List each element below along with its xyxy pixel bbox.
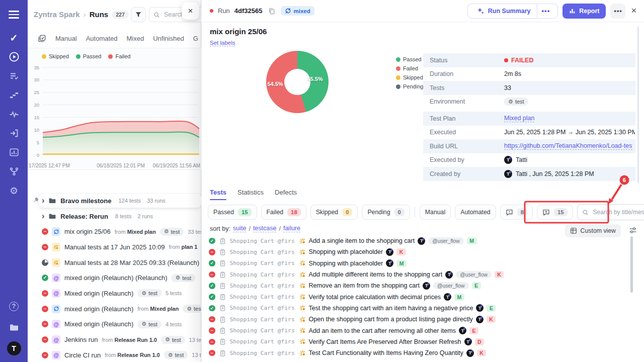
- filter-chip-passed[interactable]: Passed15: [208, 205, 257, 220]
- run-name: mix origin 25/06: [64, 228, 111, 235]
- run-status-dot: [210, 9, 213, 13]
- filter-button[interactable]: [131, 7, 146, 22]
- tests-check-icon[interactable]: ✓: [5, 28, 24, 47]
- test-row[interactable]: ✓Shopping Cart @first…Shopping with plac…: [202, 258, 634, 269]
- tab-defects[interactable]: Defects: [275, 189, 297, 200]
- donut-legend-skipped[interactable]: Skipped: [396, 74, 423, 80]
- runs-tab-g[interactable]: G: [193, 35, 198, 42]
- run-summary-button[interactable]: Run Summary •••: [467, 4, 558, 19]
- build-url-link[interactable]: https://github.com/TetianaKhomenko/Load-…: [504, 142, 632, 150]
- test-title: Verify total price calculation with deci…: [309, 294, 441, 301]
- dashboards-chart-icon[interactable]: [5, 143, 24, 162]
- milestones-steps-icon[interactable]: [5, 85, 24, 105]
- sort-link-testcase[interactable]: testcase: [253, 225, 277, 232]
- filter-chip-comment-plus[interactable]: 15: [537, 205, 573, 220]
- testcase-icon: [219, 249, 226, 255]
- help-icon[interactable]: ?: [5, 297, 24, 316]
- detail-label: Environment: [430, 98, 504, 105]
- tab-statistics[interactable]: Statistics: [237, 189, 264, 200]
- run-row[interactable]: −mix origin 25/06from Mixed plan⚙test33 …: [28, 224, 201, 239]
- test-row[interactable]: −Shopping Cart @first…Test Cart Function…: [202, 347, 634, 358]
- chevron-right-icon[interactable]: ›: [42, 212, 44, 220]
- test-row[interactable]: ✓Shopping Cart @first…Add a single item …: [202, 235, 634, 246]
- launches-sign-in-icon[interactable]: [5, 124, 24, 143]
- sort-link-suite[interactable]: suite: [233, 225, 246, 232]
- set-labels-link[interactable]: Set labels: [210, 40, 235, 46]
- activity-pulse-icon[interactable]: [5, 105, 24, 124]
- run-tests-count: 13 tests: [192, 352, 201, 358]
- copy-icon[interactable]: [267, 7, 276, 16]
- donut-legend-failed[interactable]: Failed: [396, 65, 423, 71]
- run-row[interactable]: −@Mixed origin (Relaunch)⚙test4 tests: [28, 317, 201, 332]
- test-row[interactable]: −Shopping Cart @first…Shopping with plac…: [202, 246, 634, 257]
- donut-legend-pending[interactable]: Pending: [396, 83, 423, 89]
- sort-link-failure[interactable]: failure: [283, 225, 300, 232]
- test-runs-play-icon[interactable]: [5, 47, 24, 66]
- legend-item-skipped[interactable]: Skipped: [42, 53, 69, 59]
- legend-item-passed[interactable]: Passed: [76, 53, 102, 59]
- assignee-badge: E: [472, 282, 481, 289]
- run-summary-more-icon[interactable]: •••: [537, 5, 555, 18]
- runs-tab-manual[interactable]: Manual: [55, 35, 77, 42]
- test-row[interactable]: −Shopping Cart @first…Add multiple diffe…: [202, 269, 634, 280]
- runs-tab-unfinished[interactable]: Unfinished: [153, 35, 184, 42]
- tests-scrollbar[interactable]: [630, 236, 633, 293]
- donut-legend-passed[interactable]: Passed: [396, 56, 423, 62]
- tab-tests[interactable]: Tests: [210, 189, 226, 200]
- milestone-row[interactable]: ›Release: Rerun8 tests2 runs: [28, 209, 201, 224]
- settings-gear-icon[interactable]: ⚙: [5, 181, 24, 200]
- tests-search-input[interactable]: [592, 208, 644, 216]
- test-row[interactable]: −Shopping Cart @first…Add an item to the…: [202, 325, 634, 336]
- run-row[interactable]: −@Jenkins runfrom Release Run 1.0⚙test13…: [28, 332, 201, 347]
- runs-tab-mixed[interactable]: Mixed: [127, 35, 144, 42]
- filter-chip-failed[interactable]: Failed18: [261, 205, 306, 220]
- test-row[interactable]: ✓Shopping Cart @first…Verify total price…: [202, 291, 634, 302]
- filter-chip-pending[interactable]: Pending0: [362, 205, 410, 220]
- comment-plus-icon: [542, 209, 550, 216]
- run-row[interactable]: Manual tests at 28 Mar 2025 09:33 (Relau…: [28, 255, 201, 270]
- test-cases-list-icon[interactable]: [5, 66, 24, 85]
- filter-chip-automated[interactable]: Automated: [455, 205, 496, 220]
- run-row[interactable]: ✓@mixed origin (Relaunch) (Relaunch)⚙tes…: [28, 270, 201, 286]
- menu-icon[interactable]: [5, 5, 24, 24]
- select-runs-icon[interactable]: [38, 34, 46, 43]
- run-label: Run: [218, 7, 230, 15]
- svg-text:17/2025 12:47 PM: 17/2025 12:47 PM: [29, 163, 70, 168]
- detail-row-build-url: Build URLhttps://github.com/TetianaKhome…: [423, 139, 635, 153]
- filter-chip-manual[interactable]: Manual: [420, 205, 451, 220]
- integrations-branch-icon[interactable]: [5, 162, 24, 181]
- runs-search[interactable]: [149, 7, 209, 22]
- run-row[interactable]: −mixed origin (Relaunch)from Mixed plan⚙…: [28, 301, 201, 317]
- svg-text:0: 0: [37, 152, 39, 158]
- close-icon[interactable]: ×: [630, 6, 637, 16]
- panel-close-button[interactable]: ×: [182, 2, 199, 20]
- report-button[interactable]: Report: [562, 4, 606, 19]
- test-plan-link[interactable]: Mixed plan: [504, 115, 534, 122]
- more-actions-icon[interactable]: •••: [610, 4, 625, 19]
- legend-item-failed[interactable]: Failed: [108, 53, 130, 59]
- filter-chip-comment-exclamation[interactable]: 8: [500, 205, 533, 220]
- testcase-icon: [219, 272, 226, 278]
- failed-icon: −: [42, 306, 48, 312]
- user-avatar[interactable]: T: [5, 339, 24, 358]
- test-suite: Shopping Cart @first…: [230, 238, 294, 244]
- sliders-icon[interactable]: [629, 226, 637, 236]
- run-row[interactable]: −Manual tests at 17 Jun 2025 10:09from p…: [28, 239, 201, 255]
- filter-chip-skipped[interactable]: Skipped0: [310, 205, 358, 220]
- runs-tab-automated[interactable]: Automated: [86, 35, 118, 42]
- detail-value: Jun 25, 2025 1:28 PM → Jun 25, 2025 1:30…: [504, 129, 635, 136]
- projects-folder-icon[interactable]: [5, 318, 24, 337]
- milestone-row[interactable]: ›Bravo milestone124 tests33 runs: [39, 194, 201, 208]
- run-row[interactable]: −@Mixed origin (Relaunch)⚙test5 tests: [28, 286, 201, 301]
- test-row[interactable]: ✓Shopping Cart @first…Test the shopping …: [202, 303, 634, 314]
- project-name[interactable]: Zyntra Spark: [34, 10, 80, 19]
- chevron-right-icon[interactable]: ›: [42, 197, 44, 205]
- run-row[interactable]: −@Circle CI runfrom Release Run 1.0⚙test…: [28, 347, 201, 362]
- test-row[interactable]: −Shopping Cart @first…Open the shopping …: [202, 314, 634, 325]
- test-row[interactable]: ✓Shopping Cart @first…Remove an item fro…: [202, 280, 634, 291]
- automated-run-icon: @: [52, 335, 60, 344]
- tests-search[interactable]: [577, 204, 644, 220]
- details-scrollbar[interactable]: [637, 26, 639, 183]
- sort-separator: /: [249, 225, 250, 232]
- test-row[interactable]: −Shopping Cart @first…Verify Cart Items …: [202, 336, 634, 347]
